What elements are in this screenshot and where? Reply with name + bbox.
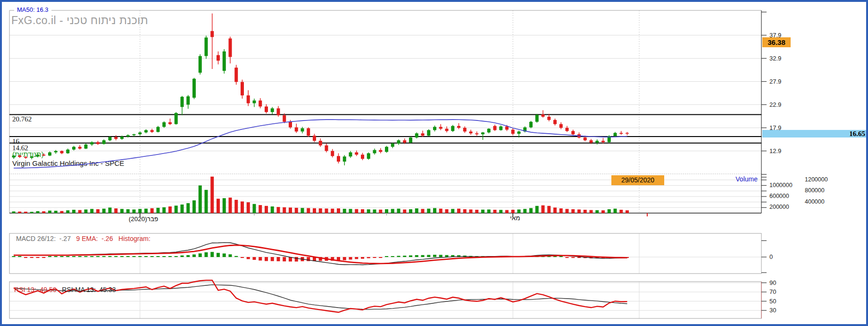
macd-lines [14, 242, 627, 265]
axis-ticks [140, 12, 767, 311]
price-tick-label: 22.9 [769, 101, 781, 108]
price-tick-label: 32.9 [769, 55, 781, 62]
price-tick-label: 17.9 [769, 124, 781, 131]
high-price-badge: 36.38 [762, 37, 791, 47]
macd-ema-label: 9 EMA: -.26 [76, 235, 113, 242]
rsi-indicator-labels: RSI 13: 49.56 RSI-MA 13: 45.33 [14, 286, 116, 293]
macd-tick-label: 0 [769, 253, 773, 260]
macd-value-label: MACD 26/12: -.27 [16, 235, 71, 242]
rsi-tick-label: 90 [769, 279, 776, 286]
macd-indicator-labels: MACD 26/12: -.27 9 EMA: -.26 Histogram: [16, 235, 150, 242]
volume-tick-label: 1200000 [805, 176, 828, 183]
chart-canvas[interactable] [2, 2, 868, 326]
x-axis-label-may: מאי [494, 214, 536, 222]
volume-tick-label: 200000 [769, 204, 789, 210]
rsi-tick-label: 30 [769, 307, 776, 314]
price-tick-label: 27.9 [769, 78, 781, 85]
panel-borders [9, 10, 761, 318]
macd-histogram-label: Histogram: [118, 235, 150, 242]
x-axis-label-feb: פבר(2020) [108, 215, 178, 223]
price-tick-label: 12.9 [769, 147, 781, 154]
app-window: (תנודתיות) Virgin Galactic Holdings Inc … [0, 0, 868, 326]
rsi-tick-label: 70 [769, 288, 776, 295]
volume-tick-label: 400000 [805, 198, 825, 205]
rsi-value-label: RSI 13: 49.56 [14, 286, 57, 293]
ma50-label: MA50: 16.3 [14, 6, 51, 13]
volume-tick-label: 600000 [769, 193, 789, 199]
volume-tick-label: 1000000 [769, 182, 793, 189]
price-tick-label: 37.9 [769, 32, 781, 39]
crosshair-date-badge: 29/05/2020 [611, 175, 664, 185]
app-title: FxG.co.il - תוכנת ניתוח טכני [11, 14, 148, 27]
volume-panel-label: Volume [699, 175, 758, 183]
rsi-lines [14, 280, 627, 312]
gridlines [9, 10, 761, 318]
rsi-tick-label: 50 [769, 298, 776, 305]
volume-tick-label: 800000 [805, 187, 825, 194]
rsi-ma-label: RSI-MA 13: 45.33 [62, 286, 116, 293]
